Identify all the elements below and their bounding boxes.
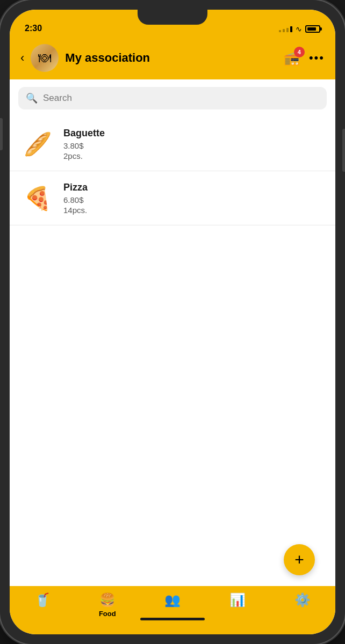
signal-dot-4 bbox=[290, 26, 292, 32]
content-area: 🔍 🥖 Baguette 3.80$ 2pcs. 🍕 bbox=[10, 79, 335, 586]
avatar: 🍽 bbox=[31, 44, 59, 72]
pizza-image: 🍕 bbox=[20, 181, 55, 215]
phone-screen: 2:30 ∿ ‹ 🍽 My association bbox=[10, 10, 335, 634]
wifi-icon: ∿ bbox=[296, 25, 302, 33]
search-box[interactable]: 🔍 bbox=[18, 87, 327, 109]
nav-item-food[interactable]: 🍔 Food bbox=[75, 592, 140, 618]
battery-fill bbox=[307, 27, 316, 31]
search-input[interactable] bbox=[43, 93, 319, 104]
app-header: ‹ 🍽 My association 📻 4 ••• bbox=[10, 36, 335, 79]
page-title: My association bbox=[65, 51, 277, 65]
pizza-info: Pizza 6.80$ 14pcs. bbox=[63, 182, 325, 215]
pizza-price: 6.80$ bbox=[63, 195, 325, 204]
baguette-qty: 2pcs. bbox=[63, 151, 325, 160]
settings-icon: ⚙️ bbox=[294, 592, 311, 608]
baguette-name: Baguette bbox=[63, 128, 325, 139]
nav-item-drinks[interactable]: 🥤 bbox=[10, 592, 75, 610]
pizza-name: Pizza bbox=[63, 182, 325, 193]
notification-badge: 4 bbox=[294, 47, 305, 57]
battery-icon bbox=[305, 25, 320, 33]
pizza-qty: 14pcs. bbox=[63, 206, 325, 215]
header-icons: 📻 4 ••• bbox=[283, 50, 325, 67]
signal-dot-2 bbox=[283, 29, 285, 32]
side-button-right bbox=[342, 129, 345, 172]
bottom-nav: 🥤 🍔 Food 👥 📊 ⚙️ bbox=[10, 586, 335, 634]
nav-item-people[interactable]: 👥 bbox=[140, 592, 205, 610]
food-items-list: 🥖 Baguette 3.80$ 2pcs. 🍕 Pizza 6.80$ 14p… bbox=[10, 117, 335, 586]
signal-dot-3 bbox=[286, 28, 289, 32]
nav-label-food: Food bbox=[99, 610, 116, 618]
avatar-image: 🍽 bbox=[31, 44, 59, 72]
food-item-baguette[interactable]: 🥖 Baguette 3.80$ 2pcs. bbox=[10, 117, 335, 171]
add-button[interactable]: + bbox=[284, 544, 315, 575]
more-button[interactable]: ••• bbox=[309, 51, 325, 65]
stats-icon: 📊 bbox=[229, 592, 246, 608]
nav-item-settings[interactable]: ⚙️ bbox=[270, 592, 335, 610]
status-time: 2:30 bbox=[25, 24, 279, 33]
drinks-icon: 🥤 bbox=[34, 592, 51, 608]
signal-dot-1 bbox=[279, 30, 281, 32]
back-button[interactable]: ‹ bbox=[20, 51, 24, 65]
side-button-left bbox=[0, 118, 3, 150]
home-indicator bbox=[140, 618, 205, 620]
signal-icon bbox=[279, 26, 292, 32]
food-item-pizza[interactable]: 🍕 Pizza 6.80$ 14pcs. bbox=[10, 171, 335, 225]
nav-item-stats[interactable]: 📊 bbox=[205, 592, 270, 610]
baguette-info: Baguette 3.80$ 2pcs. bbox=[63, 128, 325, 160]
baguette-image: 🥖 bbox=[20, 127, 55, 161]
baguette-price: 3.80$ bbox=[63, 141, 325, 150]
people-icon: 👥 bbox=[164, 592, 181, 608]
search-icon: 🔍 bbox=[26, 92, 38, 104]
notch bbox=[138, 10, 207, 25]
status-icons: ∿ bbox=[279, 25, 320, 33]
phone-frame: 2:30 ∿ ‹ 🍽 My association bbox=[0, 0, 345, 644]
fab-wrapper: + bbox=[284, 544, 315, 575]
search-section: 🔍 bbox=[10, 79, 335, 117]
food-icon: 🍔 bbox=[99, 592, 116, 608]
chat-button[interactable]: 📻 4 bbox=[283, 50, 300, 67]
